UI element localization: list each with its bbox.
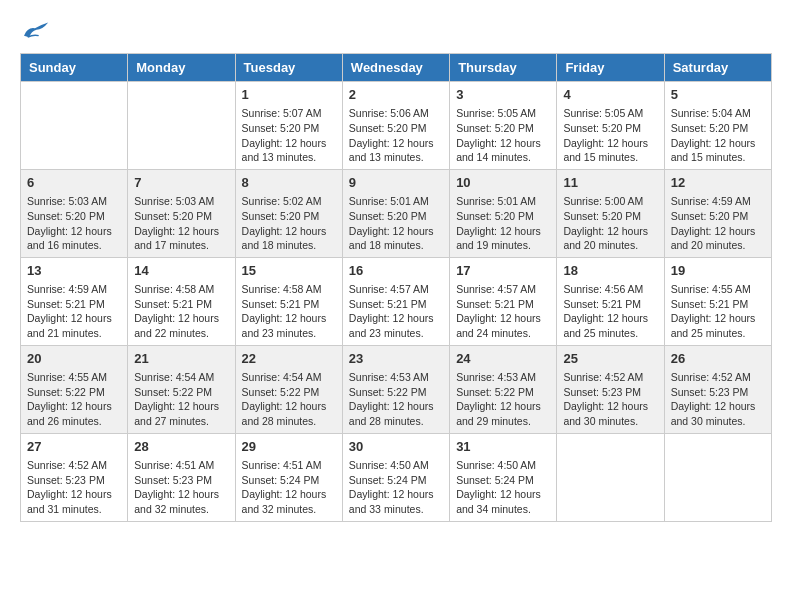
calendar-cell — [557, 433, 664, 521]
calendar-cell: 26Sunrise: 4:52 AM Sunset: 5:23 PM Dayli… — [664, 345, 771, 433]
calendar-cell: 20Sunrise: 4:55 AM Sunset: 5:22 PM Dayli… — [21, 345, 128, 433]
calendar-cell: 19Sunrise: 4:55 AM Sunset: 5:21 PM Dayli… — [664, 257, 771, 345]
logo — [20, 20, 54, 43]
calendar-cell: 14Sunrise: 4:58 AM Sunset: 5:21 PM Dayli… — [128, 257, 235, 345]
day-number: 4 — [563, 86, 657, 104]
day-number: 2 — [349, 86, 443, 104]
day-info: Sunrise: 4:52 AM Sunset: 5:23 PM Dayligh… — [563, 370, 657, 429]
calendar-cell: 12Sunrise: 4:59 AM Sunset: 5:20 PM Dayli… — [664, 169, 771, 257]
calendar-cell: 2Sunrise: 5:06 AM Sunset: 5:20 PM Daylig… — [342, 82, 449, 170]
calendar-cell: 11Sunrise: 5:00 AM Sunset: 5:20 PM Dayli… — [557, 169, 664, 257]
day-info: Sunrise: 4:57 AM Sunset: 5:21 PM Dayligh… — [349, 282, 443, 341]
day-info: Sunrise: 5:00 AM Sunset: 5:20 PM Dayligh… — [563, 194, 657, 253]
day-info: Sunrise: 4:50 AM Sunset: 5:24 PM Dayligh… — [349, 458, 443, 517]
day-info: Sunrise: 4:55 AM Sunset: 5:22 PM Dayligh… — [27, 370, 121, 429]
calendar-cell: 15Sunrise: 4:58 AM Sunset: 5:21 PM Dayli… — [235, 257, 342, 345]
weekday-header-saturday: Saturday — [664, 54, 771, 82]
calendar-cell — [128, 82, 235, 170]
calendar-week-5: 27Sunrise: 4:52 AM Sunset: 5:23 PM Dayli… — [21, 433, 772, 521]
day-number: 24 — [456, 350, 550, 368]
calendar-cell: 28Sunrise: 4:51 AM Sunset: 5:23 PM Dayli… — [128, 433, 235, 521]
calendar-cell: 7Sunrise: 5:03 AM Sunset: 5:20 PM Daylig… — [128, 169, 235, 257]
weekday-header-row: SundayMondayTuesdayWednesdayThursdayFrid… — [21, 54, 772, 82]
weekday-header-wednesday: Wednesday — [342, 54, 449, 82]
calendar-cell: 13Sunrise: 4:59 AM Sunset: 5:21 PM Dayli… — [21, 257, 128, 345]
day-info: Sunrise: 4:55 AM Sunset: 5:21 PM Dayligh… — [671, 282, 765, 341]
calendar-cell: 5Sunrise: 5:04 AM Sunset: 5:20 PM Daylig… — [664, 82, 771, 170]
day-info: Sunrise: 5:03 AM Sunset: 5:20 PM Dayligh… — [134, 194, 228, 253]
day-info: Sunrise: 4:51 AM Sunset: 5:24 PM Dayligh… — [242, 458, 336, 517]
day-info: Sunrise: 4:59 AM Sunset: 5:21 PM Dayligh… — [27, 282, 121, 341]
calendar-week-4: 20Sunrise: 4:55 AM Sunset: 5:22 PM Dayli… — [21, 345, 772, 433]
day-number: 13 — [27, 262, 121, 280]
calendar-week-3: 13Sunrise: 4:59 AM Sunset: 5:21 PM Dayli… — [21, 257, 772, 345]
day-info: Sunrise: 5:02 AM Sunset: 5:20 PM Dayligh… — [242, 194, 336, 253]
day-number: 23 — [349, 350, 443, 368]
day-info: Sunrise: 4:50 AM Sunset: 5:24 PM Dayligh… — [456, 458, 550, 517]
weekday-header-monday: Monday — [128, 54, 235, 82]
calendar-cell: 4Sunrise: 5:05 AM Sunset: 5:20 PM Daylig… — [557, 82, 664, 170]
day-number: 21 — [134, 350, 228, 368]
day-number: 11 — [563, 174, 657, 192]
weekday-header-tuesday: Tuesday — [235, 54, 342, 82]
calendar-cell: 22Sunrise: 4:54 AM Sunset: 5:22 PM Dayli… — [235, 345, 342, 433]
day-number: 1 — [242, 86, 336, 104]
day-number: 20 — [27, 350, 121, 368]
day-number: 3 — [456, 86, 550, 104]
day-number: 9 — [349, 174, 443, 192]
day-info: Sunrise: 4:52 AM Sunset: 5:23 PM Dayligh… — [671, 370, 765, 429]
day-info: Sunrise: 4:56 AM Sunset: 5:21 PM Dayligh… — [563, 282, 657, 341]
day-number: 12 — [671, 174, 765, 192]
day-number: 25 — [563, 350, 657, 368]
calendar-cell: 25Sunrise: 4:52 AM Sunset: 5:23 PM Dayli… — [557, 345, 664, 433]
weekday-header-friday: Friday — [557, 54, 664, 82]
calendar-cell: 27Sunrise: 4:52 AM Sunset: 5:23 PM Dayli… — [21, 433, 128, 521]
day-info: Sunrise: 5:07 AM Sunset: 5:20 PM Dayligh… — [242, 106, 336, 165]
day-number: 17 — [456, 262, 550, 280]
day-info: Sunrise: 5:05 AM Sunset: 5:20 PM Dayligh… — [563, 106, 657, 165]
calendar-cell: 10Sunrise: 5:01 AM Sunset: 5:20 PM Dayli… — [450, 169, 557, 257]
day-number: 8 — [242, 174, 336, 192]
calendar-cell: 6Sunrise: 5:03 AM Sunset: 5:20 PM Daylig… — [21, 169, 128, 257]
day-info: Sunrise: 5:01 AM Sunset: 5:20 PM Dayligh… — [456, 194, 550, 253]
weekday-header-thursday: Thursday — [450, 54, 557, 82]
day-number: 27 — [27, 438, 121, 456]
day-number: 7 — [134, 174, 228, 192]
day-number: 26 — [671, 350, 765, 368]
day-info: Sunrise: 4:57 AM Sunset: 5:21 PM Dayligh… — [456, 282, 550, 341]
day-info: Sunrise: 4:51 AM Sunset: 5:23 PM Dayligh… — [134, 458, 228, 517]
page-header — [20, 20, 772, 43]
day-info: Sunrise: 4:54 AM Sunset: 5:22 PM Dayligh… — [134, 370, 228, 429]
day-number: 14 — [134, 262, 228, 280]
calendar-cell: 9Sunrise: 5:01 AM Sunset: 5:20 PM Daylig… — [342, 169, 449, 257]
calendar-cell: 3Sunrise: 5:05 AM Sunset: 5:20 PM Daylig… — [450, 82, 557, 170]
day-number: 18 — [563, 262, 657, 280]
day-number: 10 — [456, 174, 550, 192]
calendar-cell: 17Sunrise: 4:57 AM Sunset: 5:21 PM Dayli… — [450, 257, 557, 345]
day-info: Sunrise: 4:58 AM Sunset: 5:21 PM Dayligh… — [242, 282, 336, 341]
day-info: Sunrise: 5:05 AM Sunset: 5:20 PM Dayligh… — [456, 106, 550, 165]
calendar-cell — [21, 82, 128, 170]
calendar-cell: 31Sunrise: 4:50 AM Sunset: 5:24 PM Dayli… — [450, 433, 557, 521]
calendar-cell: 30Sunrise: 4:50 AM Sunset: 5:24 PM Dayli… — [342, 433, 449, 521]
calendar-cell: 16Sunrise: 4:57 AM Sunset: 5:21 PM Dayli… — [342, 257, 449, 345]
day-info: Sunrise: 4:54 AM Sunset: 5:22 PM Dayligh… — [242, 370, 336, 429]
day-number: 6 — [27, 174, 121, 192]
calendar-cell: 21Sunrise: 4:54 AM Sunset: 5:22 PM Dayli… — [128, 345, 235, 433]
day-number: 22 — [242, 350, 336, 368]
calendar-cell: 29Sunrise: 4:51 AM Sunset: 5:24 PM Dayli… — [235, 433, 342, 521]
calendar-cell — [664, 433, 771, 521]
day-number: 29 — [242, 438, 336, 456]
calendar-week-2: 6Sunrise: 5:03 AM Sunset: 5:20 PM Daylig… — [21, 169, 772, 257]
day-info: Sunrise: 5:04 AM Sunset: 5:20 PM Dayligh… — [671, 106, 765, 165]
day-info: Sunrise: 5:03 AM Sunset: 5:20 PM Dayligh… — [27, 194, 121, 253]
day-info: Sunrise: 4:58 AM Sunset: 5:21 PM Dayligh… — [134, 282, 228, 341]
day-info: Sunrise: 4:53 AM Sunset: 5:22 PM Dayligh… — [456, 370, 550, 429]
day-info: Sunrise: 4:59 AM Sunset: 5:20 PM Dayligh… — [671, 194, 765, 253]
calendar-cell: 18Sunrise: 4:56 AM Sunset: 5:21 PM Dayli… — [557, 257, 664, 345]
day-number: 16 — [349, 262, 443, 280]
day-number: 30 — [349, 438, 443, 456]
day-info: Sunrise: 5:01 AM Sunset: 5:20 PM Dayligh… — [349, 194, 443, 253]
day-number: 19 — [671, 262, 765, 280]
day-number: 28 — [134, 438, 228, 456]
